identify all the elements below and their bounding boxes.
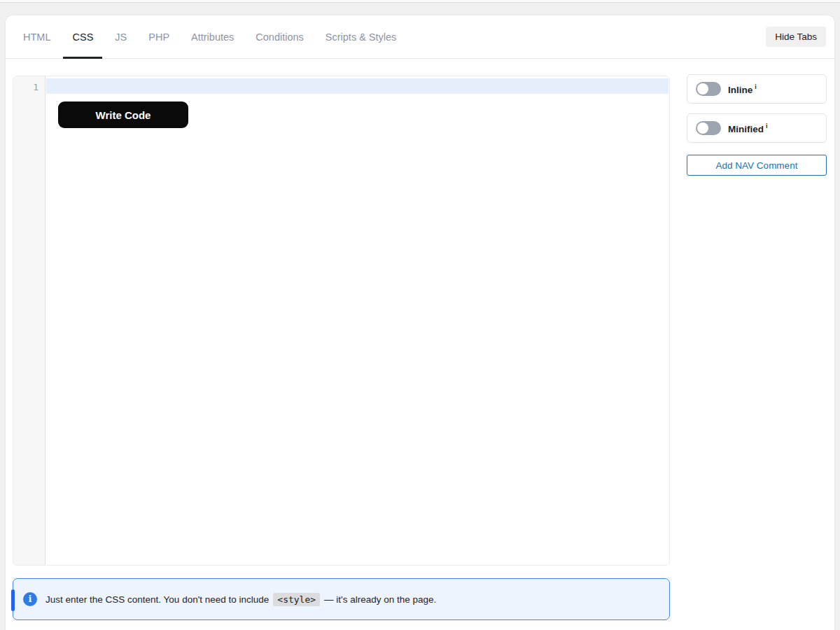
minified-toggle[interactable] [696, 121, 721, 135]
minified-toggle-label: Minifiedi [728, 122, 768, 134]
tab-scripts-styles[interactable]: Scripts & Styles [316, 15, 406, 58]
hide-tabs-button[interactable]: Hide Tabs [766, 27, 826, 47]
tab-js[interactable]: JS [106, 15, 136, 58]
inline-toggle-label: Inlinei [728, 83, 757, 95]
editor-code-area[interactable] [46, 76, 669, 565]
info-icon: i [23, 592, 37, 606]
notice-text: Just enter the CSS content. You don't ne… [46, 594, 436, 605]
toggle-knob-icon [697, 83, 708, 94]
info-marker-icon: i [766, 122, 768, 130]
editor-active-line [46, 78, 668, 94]
minified-label-text: Minified [728, 123, 764, 134]
info-notice: i Just enter the CSS content. You don't … [13, 578, 670, 620]
tab-html[interactable]: HTML [14, 15, 59, 58]
style-tag-chip: <style> [273, 593, 320, 606]
inline-toggle[interactable] [696, 82, 721, 96]
inline-label-text: Inline [728, 84, 752, 94]
tab-css[interactable]: CSS [63, 15, 102, 58]
tab-php[interactable]: PHP [139, 15, 178, 58]
tab-conditions[interactable]: Conditions [246, 15, 313, 58]
add-nav-comment-button[interactable]: Add NAV Comment [687, 155, 827, 176]
editor-sidebar: Inlinei Minifiedi Add NAV Comment [687, 74, 827, 176]
code-editor[interactable]: 1 Write Code [13, 76, 670, 566]
inline-toggle-card: Inlinei [687, 74, 827, 104]
notice-text-after: — it's already on the page. [324, 594, 436, 605]
write-code-tooltip: Write Code [58, 102, 188, 128]
tab-bar: HTML CSS JS PHP Attributes Conditions Sc… [6, 15, 834, 59]
info-marker-icon: i [755, 83, 757, 90]
code-editor-panel: HTML CSS JS PHP Attributes Conditions Sc… [6, 15, 834, 630]
top-edge-bar [0, 0, 840, 3]
toggle-knob-icon [697, 122, 708, 134]
tabs: HTML CSS JS PHP Attributes Conditions Sc… [14, 15, 405, 58]
tab-attributes[interactable]: Attributes [182, 15, 243, 58]
minified-toggle-card: Minifiedi [687, 113, 827, 143]
editor-gutter: 1 [13, 76, 46, 565]
notice-accent-bar [11, 589, 15, 611]
line-number: 1 [13, 80, 45, 94]
notice-text-before: Just enter the CSS content. You don't ne… [46, 594, 269, 605]
